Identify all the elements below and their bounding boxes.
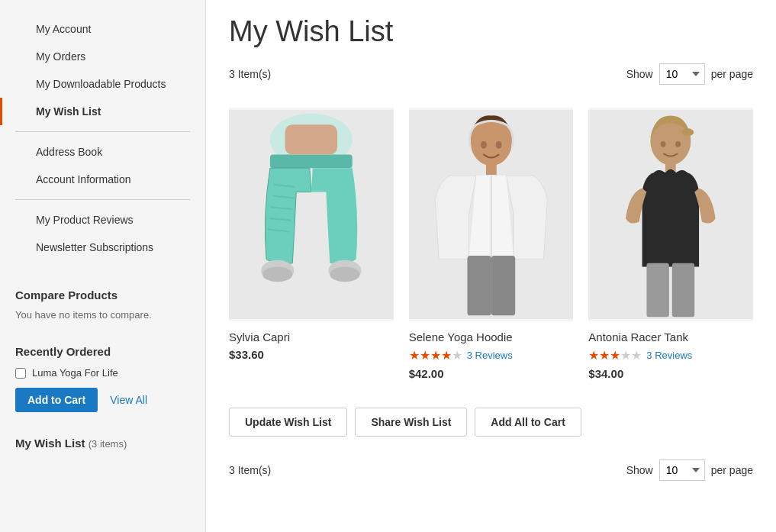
compare-products-title: Compare Products — [15, 289, 190, 301]
review-count-3[interactable]: 3 Reviews — [646, 350, 692, 361]
svg-point-19 — [481, 141, 487, 149]
star-1-2: ★ — [409, 348, 420, 363]
show-label-top: Show — [626, 68, 653, 80]
stars-2: ★ ★ ★ ★ ★ — [409, 348, 462, 363]
sidebar-nav: My Account My Orders My Downloadable Pro… — [0, 15, 205, 261]
star-3-3: ★ — [610, 348, 620, 363]
toolbar-bottom: 3 Item(s) Show 10 20 50 per page — [229, 452, 753, 481]
svg-rect-18 — [491, 256, 515, 315]
wishlist-summary-section: My Wish List (3 items) — [0, 424, 205, 462]
star-4-2: ★ — [441, 348, 452, 363]
product-name-1: Sylvia Capri — [229, 330, 394, 343]
share-wish-list-button[interactable]: Share Wish List — [355, 408, 467, 437]
product-image-3 — [588, 108, 753, 321]
toolbar-top: 3 Item(s) Show 10 20 50 per page — [229, 63, 753, 92]
product-image-wrapper-1 — [229, 108, 394, 321]
svg-point-23 — [682, 128, 694, 136]
sidebar-item-product-reviews[interactable]: My Product Reviews — [0, 206, 205, 234]
product-image-wrapper-3 — [588, 108, 753, 321]
sidebar-view-all-link[interactable]: View All — [110, 394, 147, 406]
sidebar-divider-1 — [15, 131, 190, 132]
sidebar: My Account My Orders My Downloadable Pro… — [0, 0, 206, 532]
main-content: My Wish List 3 Item(s) Show 10 20 50 per… — [206, 0, 776, 532]
rating-wrapper-3: ★ ★ ★ ★ ★ 3 Reviews — [588, 348, 753, 363]
recently-ordered-item-label: Luma Yoga For Life — [32, 367, 118, 379]
star-2-3: ★ — [599, 348, 610, 363]
product-item-selene-yoga-hoodie: Selene Yoga Hoodie ★ ★ ★ ★ ★ 3 Reviews $… — [409, 108, 574, 385]
svg-point-11 — [330, 267, 359, 282]
svg-point-20 — [495, 141, 501, 149]
star-5-3: ★ — [631, 348, 642, 363]
star-2-2: ★ — [420, 348, 430, 363]
wishlist-summary-title: My Wish List (3 items) — [15, 437, 190, 450]
sidebar-item-newsletter[interactable]: Newsletter Subscriptions — [0, 234, 205, 261]
svg-point-28 — [676, 141, 681, 147]
add-all-to-cart-button[interactable]: Add All to Cart — [475, 408, 581, 437]
per-page-label-bottom: per page — [711, 464, 753, 476]
recently-ordered-section: Recently Ordered Luma Yoga For Life Add … — [0, 333, 205, 424]
star-4-3: ★ — [620, 348, 631, 363]
recently-ordered-item: Luma Yoga For Life — [15, 367, 190, 379]
products-grid: Sylvia Capri $33.60 — [229, 108, 753, 385]
product-item-antonia-racer-tank: Antonia Racer Tank ★ ★ ★ ★ ★ 3 Reviews $… — [588, 108, 753, 385]
product-name-2: Selene Yoga Hoodie — [409, 330, 574, 343]
sidebar-item-address-book[interactable]: Address Book — [0, 138, 205, 166]
svg-rect-15 — [486, 163, 497, 175]
sidebar-item-my-orders[interactable]: My Orders — [0, 43, 205, 70]
svg-point-27 — [661, 141, 666, 147]
sidebar-add-to-cart-button[interactable]: Add to Cart — [15, 388, 98, 412]
product-image-wrapper-2 — [409, 108, 574, 321]
star-3-2: ★ — [430, 348, 441, 363]
svg-rect-26 — [672, 263, 694, 318]
sidebar-item-account-information[interactable]: Account Information — [0, 166, 205, 193]
svg-point-10 — [262, 267, 292, 282]
compare-products-section: Compare Products You have no items to co… — [0, 276, 205, 333]
rating-wrapper-2: ★ ★ ★ ★ ★ 3 Reviews — [409, 348, 574, 363]
svg-rect-12 — [285, 124, 338, 154]
sidebar-item-my-wish-list[interactable]: My Wish List — [0, 98, 205, 125]
actions-toolbar: Update Wish List Share Wish List Add All… — [229, 408, 753, 437]
product-price-3: $34.00 — [588, 367, 753, 380]
product-price-1: $33.60 — [229, 348, 394, 361]
per-page-wrapper-bottom: Show 10 20 50 per page — [626, 459, 753, 481]
update-wish-list-button[interactable]: Update Wish List — [229, 408, 347, 437]
stars-3: ★ ★ ★ ★ ★ — [588, 348, 642, 363]
compare-products-empty: You have no items to compare. — [15, 309, 190, 321]
svg-rect-17 — [467, 256, 491, 315]
review-count-2[interactable]: 3 Reviews — [467, 350, 513, 361]
per-page-select-bottom[interactable]: 10 20 50 — [659, 459, 705, 481]
product-image-2 — [409, 108, 574, 321]
per-page-wrapper-top: Show 10 20 50 per page — [626, 63, 753, 85]
items-count-top: 3 Item(s) — [229, 68, 271, 80]
product-image-1 — [229, 108, 394, 321]
product-price-2: $42.00 — [409, 367, 574, 380]
per-page-select-top[interactable]: 10 20 50 — [659, 63, 705, 85]
sidebar-item-downloadable-products[interactable]: My Downloadable Products — [0, 70, 205, 98]
recently-ordered-checkbox[interactable] — [15, 368, 26, 379]
sidebar-divider-2 — [15, 199, 190, 200]
items-count-bottom: 3 Item(s) — [229, 464, 271, 476]
show-label-bottom: Show — [626, 464, 653, 476]
product-name-3: Antonia Racer Tank — [588, 330, 753, 343]
svg-rect-25 — [647, 263, 669, 318]
star-5-2: ★ — [452, 348, 462, 363]
star-1-3: ★ — [588, 348, 599, 363]
sidebar-item-my-account[interactable]: My Account — [0, 15, 205, 43]
recently-ordered-title: Recently Ordered — [15, 345, 190, 358]
per-page-label-top: per page — [711, 68, 753, 80]
page-title: My Wish List — [229, 15, 753, 48]
product-item-sylvia-capri: Sylvia Capri $33.60 — [229, 108, 394, 385]
svg-rect-2 — [270, 155, 353, 169]
